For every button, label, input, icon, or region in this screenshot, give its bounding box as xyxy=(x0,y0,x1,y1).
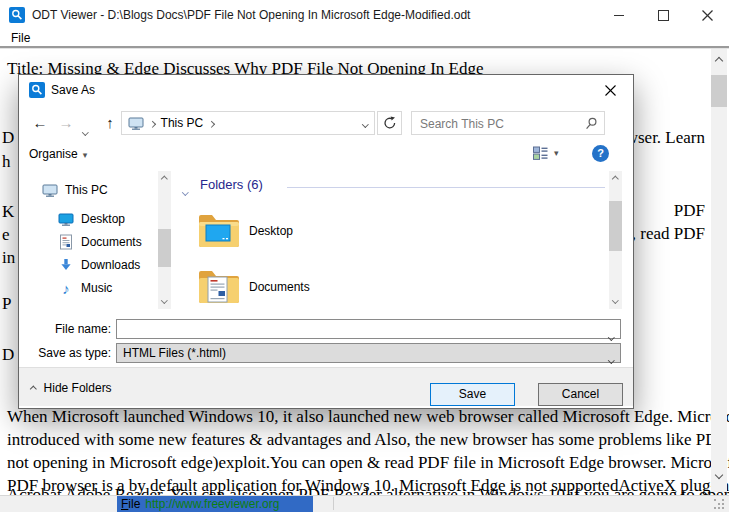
maximize-icon xyxy=(658,10,669,21)
maximize-button[interactable] xyxy=(641,0,685,30)
document-text-fragment: P xyxy=(2,296,11,312)
files-pane-scrollbar[interactable] xyxy=(609,171,622,309)
chevron-down-icon: ▾ xyxy=(554,148,559,158)
scroll-down-button[interactable] xyxy=(711,467,727,483)
dialog-toolbar: Organise▾ ▾ ? xyxy=(19,141,633,167)
sidebar-item-documents[interactable]: Documents xyxy=(57,231,195,253)
document-text-line: introduced with some new features & adva… xyxy=(7,432,729,448)
minimize-button[interactable] xyxy=(597,0,641,30)
recent-locations-dropdown[interactable] xyxy=(83,121,88,139)
app-icon xyxy=(9,7,25,23)
help-button[interactable]: ? xyxy=(592,145,609,162)
chevron-up-icon xyxy=(715,57,723,65)
folder-name: Documents xyxy=(249,267,310,307)
status-bar xyxy=(0,495,729,512)
search-box xyxy=(411,111,605,135)
scroll-down-button[interactable] xyxy=(609,294,622,307)
address-dropdown[interactable] xyxy=(363,116,368,130)
resize-grip[interactable] xyxy=(714,499,716,501)
menu-bar: File xyxy=(0,30,729,47)
breadcrumb-location[interactable]: This PC xyxy=(161,116,204,130)
document-text-fragment: e xyxy=(2,227,10,243)
combo-dropdown-button[interactable] xyxy=(609,350,614,368)
desktop-folder-icon xyxy=(197,211,241,249)
file-name-combo[interactable] xyxy=(116,319,621,339)
window-title: ODT Viewer - D:\Blogs Docs\PDF File Not … xyxy=(32,0,470,30)
chevron-down-icon xyxy=(82,129,88,135)
search-input[interactable] xyxy=(418,114,582,134)
forward-button[interactable]: → xyxy=(57,109,75,137)
close-icon xyxy=(605,85,616,96)
scroll-up-button[interactable] xyxy=(609,173,622,186)
chevron-down-icon xyxy=(608,334,614,340)
chevron-down-icon xyxy=(608,357,614,363)
save-button[interactable]: Save xyxy=(430,383,515,406)
hide-folders-label: Hide Folders xyxy=(44,381,112,395)
document-text-fragment: D xyxy=(2,130,14,146)
minimize-icon xyxy=(614,15,624,16)
chevron-up-icon xyxy=(30,386,36,392)
this-pc-icon xyxy=(128,117,144,130)
scroll-down-button[interactable] xyxy=(158,294,171,307)
scroll-up-button[interactable] xyxy=(158,173,171,186)
sidebar-item-music[interactable]: ♪ Music xyxy=(57,277,195,299)
save-as-dialog-icon xyxy=(29,82,45,98)
status-link-label: ile xyxy=(128,497,140,511)
up-button[interactable]: ↑ xyxy=(101,109,119,137)
documents-icon xyxy=(57,234,75,250)
hide-folders-button[interactable]: Hide Folders xyxy=(31,378,112,398)
chevron-down-icon: ▾ xyxy=(83,150,88,160)
breadcrumb-separator-icon xyxy=(150,116,155,130)
organise-button[interactable]: Organise▾ xyxy=(29,141,87,167)
close-icon xyxy=(702,10,713,21)
dialog-close-button[interactable] xyxy=(588,76,632,104)
download-icon xyxy=(57,258,75,272)
cancel-button[interactable]: Cancel xyxy=(538,383,623,406)
scroll-up-button[interactable] xyxy=(711,53,727,69)
group-header-rule xyxy=(287,187,605,188)
document-text-line: When Microsoft launched Windows 10, it a… xyxy=(7,409,729,425)
sidebar-item-label: Desktop xyxy=(81,212,125,226)
sidebar-scrollbar[interactable] xyxy=(158,171,171,309)
scrollbar-thumb[interactable] xyxy=(158,229,171,267)
chevron-up-icon xyxy=(161,176,167,182)
address-bar[interactable]: This PC xyxy=(121,111,375,135)
this-pc-icon xyxy=(41,184,59,197)
refresh-icon xyxy=(383,116,397,130)
odt-viewer-window: Title: Missing & Edge Discusses Why PDF … xyxy=(0,0,729,512)
chevron-down-icon xyxy=(612,297,618,303)
refresh-button[interactable] xyxy=(377,111,402,135)
question-mark-icon: ? xyxy=(597,147,604,159)
scrollbar-thumb[interactable] xyxy=(609,201,622,251)
document-text-fragment: PDF xyxy=(674,203,705,219)
status-bar-divider xyxy=(333,497,334,510)
dialog-title: Save As xyxy=(51,75,95,105)
document-text-fragment: h xyxy=(2,154,11,170)
organise-label: Organise xyxy=(29,147,78,161)
view-options-icon xyxy=(533,146,548,160)
close-button[interactable] xyxy=(685,0,729,30)
status-link-url[interactable]: http://www.freeviewer.org xyxy=(145,497,279,511)
sidebar-item-desktop[interactable]: Desktop xyxy=(57,208,195,230)
chevron-up-icon xyxy=(612,176,618,182)
sidebar-item-label: Documents xyxy=(81,235,142,249)
file-name-input[interactable] xyxy=(121,321,595,339)
folders-group-header[interactable]: Folders (6) xyxy=(200,177,263,192)
scrollbar-thumb[interactable] xyxy=(711,75,727,107)
change-view-button[interactable]: ▾ xyxy=(533,146,559,160)
save-as-type-combo[interactable]: HTML Files (*.html) xyxy=(116,343,621,363)
sidebar-item-downloads[interactable]: Downloads xyxy=(57,254,195,276)
file-name-label: File name: xyxy=(19,319,111,339)
menu-item-file[interactable]: File xyxy=(7,30,34,47)
dialog-footer: Hide Folders Save Cancel xyxy=(19,367,633,406)
folder-item-desktop[interactable]: Desktop xyxy=(197,211,407,251)
chevron-down-icon xyxy=(715,471,723,479)
folder-item-documents[interactable]: Documents xyxy=(197,267,407,307)
back-button[interactable]: ← xyxy=(31,109,49,137)
combo-dropdown-button[interactable] xyxy=(609,326,614,344)
group-collapse-chevron[interactable] xyxy=(183,181,188,199)
chevron-down-icon xyxy=(161,297,167,303)
document-scrollbar[interactable] xyxy=(711,49,727,492)
desktop-icon xyxy=(57,213,75,226)
status-hyperlink-highlight[interactable]: Filehttp://www.freeviewer.org xyxy=(117,496,313,512)
